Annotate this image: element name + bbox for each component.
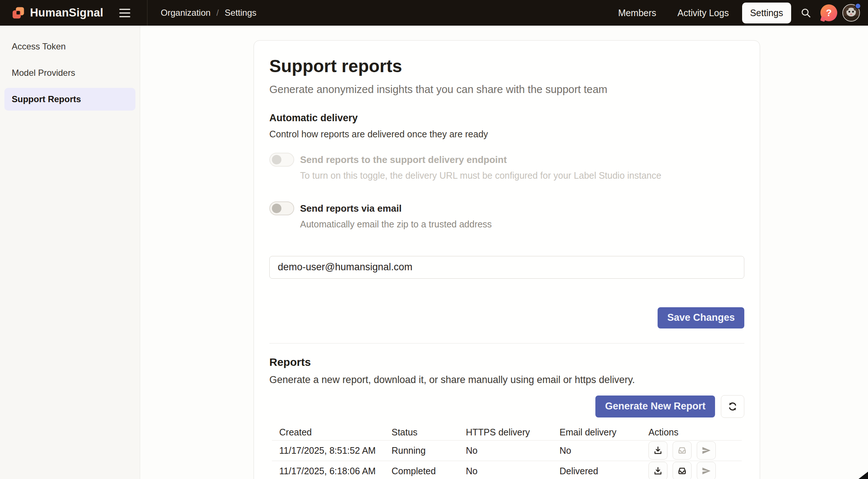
support-endpoint-toggle-helper: To turn on this toggle, the delivery URL… <box>300 170 661 181</box>
cell-https-delivery: No <box>459 445 552 456</box>
breadcrumb-organization[interactable]: Organization <box>161 8 210 18</box>
support-reports-card: Support reports Generate anonymized insi… <box>254 40 760 479</box>
support-endpoint-toggle-label: Send reports to the support delivery end… <box>300 153 661 167</box>
reports-table-header: Created Status HTTPS delivery Email deli… <box>272 424 742 441</box>
user-avatar[interactable] <box>842 4 860 22</box>
reports-heading: Reports <box>269 356 744 368</box>
email-report-button <box>673 441 692 460</box>
generate-new-report-button[interactable]: Generate New Report <box>595 396 715 417</box>
header-divider <box>147 0 147 26</box>
col-email-delivery: Email delivery <box>552 427 641 438</box>
download-icon <box>653 466 663 476</box>
download-icon <box>653 445 663 456</box>
save-row: Save Changes <box>269 307 744 328</box>
reports-table: Created Status HTTPS delivery Email deli… <box>272 424 742 479</box>
brand-logo-icon <box>11 5 26 20</box>
inbox-icon <box>677 445 687 456</box>
email-reports-toggle[interactable] <box>269 201 294 215</box>
main-content: Support reports Generate anonymized insi… <box>140 26 868 479</box>
nav-settings[interactable]: Settings <box>742 3 791 23</box>
automatic-delivery-heading: Automatic delivery <box>269 112 744 124</box>
hamburger-icon <box>119 9 130 10</box>
help-button[interactable]: ? <box>820 4 837 21</box>
breadcrumb-settings[interactable]: Settings <box>225 8 257 18</box>
refresh-reports-button[interactable] <box>721 395 744 418</box>
inbox-icon <box>677 466 687 476</box>
toggle-row-email: Send reports via email Automatically ema… <box>269 201 744 230</box>
download-report-button[interactable] <box>648 441 667 460</box>
save-changes-button[interactable]: Save Changes <box>658 307 744 328</box>
breadcrumb: Organization / Settings <box>161 8 256 18</box>
brand-logo: HumanSignal <box>11 5 103 20</box>
top-bar: HumanSignal Organization / Settings Memb… <box>0 0 868 26</box>
col-https-delivery: HTTPS delivery <box>459 427 552 438</box>
cell-actions <box>641 441 742 460</box>
automatic-delivery-description: Control how reports are delivered once t… <box>269 129 744 140</box>
cell-created: 11/17/2025, 8:51:52 AM <box>272 445 384 456</box>
cell-email-delivery: Delivered <box>552 466 641 476</box>
send-report-button <box>697 441 716 460</box>
reports-description: Generate a new report, download it, or s… <box>269 374 744 386</box>
sidebar-item-model-providers[interactable]: Model Providers <box>4 62 135 84</box>
breadcrumb-separator: / <box>216 8 219 18</box>
search-icon <box>800 7 811 18</box>
cell-created: 11/17/2025, 6:18:06 AM <box>272 466 384 476</box>
toggle-knob <box>272 204 281 213</box>
send-icon <box>701 466 711 476</box>
trusted-email-input[interactable] <box>269 256 744 279</box>
nav-activity-logs[interactable]: Activity Logs <box>669 3 737 23</box>
help-question-icon: ? <box>826 7 832 19</box>
table-row: 11/17/2025, 6:18:06 AM Completed No Deli… <box>272 461 742 479</box>
sidebar-item-access-token[interactable]: Access Token <box>4 35 135 58</box>
email-reports-toggle-label: Send reports via email <box>300 201 492 215</box>
cell-https-delivery: No <box>459 466 552 476</box>
cell-status: Running <box>384 445 459 456</box>
presence-badge <box>855 3 861 9</box>
nav-members[interactable]: Members <box>610 3 664 23</box>
cell-email-delivery: No <box>552 445 641 456</box>
settings-sidebar: Access Token Model Providers Support Rep… <box>0 26 140 479</box>
reports-actions-row: Generate New Report <box>269 395 744 418</box>
search-button[interactable] <box>796 3 815 22</box>
header-nav: Members Activity Logs Settings ? <box>610 3 860 23</box>
page-subtitle: Generate anonymized insights that you ca… <box>269 83 744 96</box>
download-report-button[interactable] <box>648 462 667 479</box>
page-title: Support reports <box>269 57 744 76</box>
toggle-row-support-endpoint: Send reports to the support delivery end… <box>269 153 744 181</box>
section-divider <box>269 343 744 344</box>
sidebar-item-support-reports[interactable]: Support Reports <box>4 88 135 111</box>
hamburger-menu-button[interactable] <box>119 5 135 21</box>
toggle-knob <box>272 155 281 164</box>
table-row: 11/17/2025, 8:51:52 AM Running No No <box>272 441 742 461</box>
email-report-button[interactable] <box>673 462 692 479</box>
cell-status: Completed <box>384 466 459 476</box>
col-actions: Actions <box>641 427 742 438</box>
cell-actions <box>641 462 742 479</box>
send-icon <box>701 445 711 456</box>
send-report-button <box>697 462 716 479</box>
col-status: Status <box>384 427 459 438</box>
brand-logo-text: HumanSignal <box>30 6 103 19</box>
app-screen: HumanSignal Organization / Settings Memb… <box>0 0 868 479</box>
refresh-icon <box>727 401 738 412</box>
mouse-cursor <box>858 472 868 479</box>
support-endpoint-toggle <box>269 153 294 167</box>
col-created: Created <box>272 427 384 438</box>
email-reports-toggle-helper: Automatically email the zip to a trusted… <box>300 219 492 230</box>
